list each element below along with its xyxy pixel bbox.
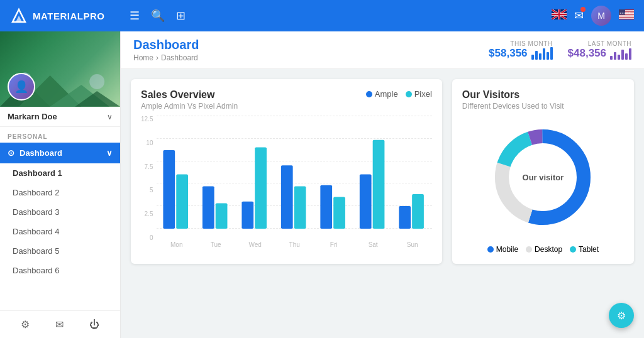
svg-rect-26 bbox=[321, 185, 333, 229]
svg-point-17 bbox=[89, 74, 104, 89]
sidebar-item-dashboard[interactable]: ⊙ Dashboard ∨ bbox=[0, 143, 120, 163]
svg-rect-18 bbox=[164, 150, 175, 229]
stat-this-month-label: THIS MONTH bbox=[489, 40, 552, 47]
legend-mobile-dot bbox=[487, 246, 494, 253]
active-chevron: ∨ bbox=[106, 148, 113, 158]
footer-mail-icon[interactable]: ✉ bbox=[55, 319, 64, 330]
sidebar-username-row[interactable]: Markarn Doe ∨ bbox=[0, 107, 120, 127]
legend-tablet-dot bbox=[570, 246, 576, 253]
brand-name: MATERIALPRO bbox=[33, 11, 104, 21]
page-title: Dashboard bbox=[133, 38, 199, 52]
legend-pixel-label: Pixel bbox=[414, 89, 432, 99]
logo-icon bbox=[10, 7, 28, 25]
legend-pixel-dot bbox=[406, 91, 412, 97]
donut-chart-wrap: Our visitor bbox=[489, 124, 596, 231]
svg-rect-8 bbox=[619, 16, 634, 17]
legend-desktop: Desktop bbox=[526, 245, 562, 254]
breadcrumb-area: Dashboard Home › Dashboard bbox=[133, 38, 199, 62]
sales-card-title-area: Sales Overview Ample Admin Vs Pixel Admi… bbox=[141, 89, 238, 111]
legend-desktop-label: Desktop bbox=[535, 245, 562, 254]
breadcrumb-current: Dashboard bbox=[161, 53, 198, 62]
bars-svg bbox=[157, 116, 431, 229]
x-label-mon: Mon bbox=[157, 241, 196, 254]
stat-last-month: LAST MONTH $48,356 bbox=[568, 40, 631, 60]
user-avatar-top[interactable]: M bbox=[591, 6, 611, 26]
y-label-10: 10 bbox=[141, 139, 153, 146]
hamburger-icon[interactable]: ☰ bbox=[130, 9, 140, 23]
sidebar-item-dashboard3[interactable]: Dashboard 3 bbox=[0, 202, 120, 222]
donut-center-label: Our visitor bbox=[523, 173, 564, 182]
sidebar-item-dashboard4[interactable]: Dashboard 4 bbox=[0, 222, 120, 241]
svg-rect-20 bbox=[203, 187, 214, 229]
x-label-fri: Fri bbox=[314, 241, 353, 254]
topnav-right: ✉ M ★★★★★★ bbox=[552, 6, 634, 26]
y-label-25: 2.5 bbox=[141, 210, 153, 217]
svg-text:★★★★★★: ★★★★★★ bbox=[619, 12, 631, 14]
svg-rect-27 bbox=[334, 197, 346, 229]
visitors-card: Our Visitors Different Devices Used to V… bbox=[452, 79, 634, 264]
legend-mobile: Mobile bbox=[487, 245, 518, 254]
mail-icon-top[interactable]: ✉ bbox=[574, 9, 584, 23]
svg-rect-19 bbox=[177, 175, 189, 229]
visitors-legend: Mobile Desktop Tablet bbox=[462, 245, 624, 254]
flag-uk[interactable] bbox=[552, 9, 567, 22]
content-area: Dashboard Home › Dashboard THIS MONTH $5… bbox=[121, 31, 644, 338]
y-label-125: 12.5 bbox=[141, 116, 153, 123]
sales-card-subtitle: Ample Admin Vs Pixel Admin bbox=[141, 102, 238, 111]
svg-rect-22 bbox=[242, 202, 254, 229]
grid-icon[interactable]: ⊞ bbox=[176, 9, 186, 23]
stat-last-month-label: LAST MONTH bbox=[568, 40, 631, 47]
sidebar-active-label: Dashboard bbox=[19, 148, 62, 158]
sidebar-item-dashboard2[interactable]: Dashboard 2 bbox=[0, 183, 120, 202]
stat-last-month-value: $48,356 bbox=[568, 47, 631, 60]
breadcrumb: Home › Dashboard bbox=[133, 53, 199, 62]
stat-this-month-value: $58,356 bbox=[489, 47, 552, 60]
flag-us-icon: ★★★★★★ bbox=[619, 9, 634, 19]
x-label-wed: Wed bbox=[235, 241, 274, 254]
legend-mobile-label: Mobile bbox=[496, 245, 518, 254]
sidebar-item-dashboard6[interactable]: Dashboard 6 bbox=[0, 261, 120, 280]
svg-rect-31 bbox=[413, 194, 425, 229]
dashboard-icon: ⊙ bbox=[8, 148, 14, 158]
svg-rect-24 bbox=[281, 165, 293, 229]
search-icon[interactable]: 🔍 bbox=[151, 9, 165, 23]
sidebar-avatar: 👤 bbox=[8, 73, 35, 101]
x-label-thu: Thu bbox=[275, 241, 314, 254]
cards-area: Sales Overview Ample Admin Vs Pixel Admi… bbox=[121, 69, 644, 274]
legend-ample: Ample bbox=[366, 89, 398, 99]
svg-rect-25 bbox=[294, 187, 306, 229]
x-label-tue: Tue bbox=[196, 241, 235, 254]
footer-settings-icon[interactable]: ⚙ bbox=[21, 319, 30, 330]
stat-this-month-chart bbox=[531, 47, 553, 60]
sidebar-username: Markarn Doe bbox=[8, 112, 57, 121]
sales-card-title: Sales Overview bbox=[141, 89, 238, 101]
sidebar: 👤 Markarn Doe ∨ PERSONAL ⊙ Dashboard ∨ D… bbox=[0, 31, 121, 338]
mail-badge bbox=[580, 7, 586, 12]
stat-last-month-number: $48,356 bbox=[568, 47, 606, 60]
breadcrumb-separator: › bbox=[156, 53, 158, 62]
svg-rect-9 bbox=[619, 18, 634, 19]
footer-power-icon[interactable]: ⏻ bbox=[89, 319, 99, 330]
svg-rect-28 bbox=[360, 175, 372, 229]
flag-uk-icon bbox=[552, 9, 567, 19]
stat-this-month-number: $58,356 bbox=[489, 47, 527, 60]
sidebar-item-dashboard1[interactable]: Dashboard 1 bbox=[0, 163, 120, 183]
sidebar-item-dashboard5[interactable]: Dashboard 5 bbox=[0, 241, 120, 261]
stat-last-month-chart bbox=[610, 47, 631, 60]
svg-rect-29 bbox=[373, 140, 385, 229]
fab-button[interactable]: ⚙ bbox=[609, 303, 634, 328]
x-labels: Mon Tue Wed Thu Fri Sat Sun bbox=[157, 241, 431, 254]
sales-chart-area: 12.5 10 7.5 5 2.5 0 bbox=[141, 116, 432, 254]
flag-us[interactable]: ★★★★★★ bbox=[619, 9, 634, 22]
donut-container: Our visitor bbox=[462, 116, 624, 239]
legend-ample-dot bbox=[366, 91, 372, 97]
header-stats: THIS MONTH $58,356 LAS bbox=[489, 40, 631, 60]
stat-this-month: THIS MONTH $58,356 bbox=[489, 40, 552, 60]
chevron-down-icon: ∨ bbox=[107, 112, 113, 121]
bars-container: Mon Tue Wed Thu Fri Sat Sun bbox=[157, 116, 431, 254]
breadcrumb-home[interactable]: Home bbox=[133, 53, 153, 62]
sidebar-active-left: ⊙ Dashboard bbox=[8, 148, 62, 158]
sidebar-section-personal: PERSONAL bbox=[0, 127, 120, 143]
x-label-sun: Sun bbox=[392, 241, 431, 254]
content-header: Dashboard Home › Dashboard THIS MONTH $5… bbox=[121, 31, 644, 69]
